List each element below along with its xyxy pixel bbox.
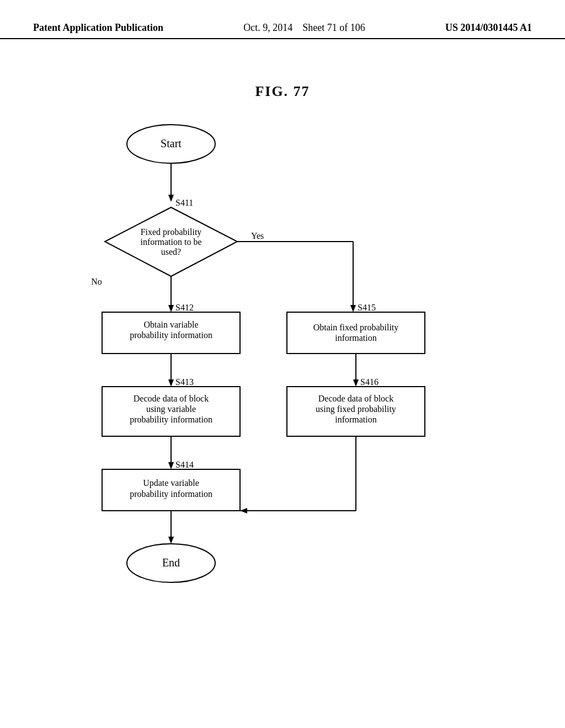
svg-text:End: End: [162, 556, 180, 569]
svg-text:Decode data of block: Decode data of block: [318, 394, 393, 403]
svg-text:S411: S411: [175, 198, 193, 207]
svg-marker-11: [168, 305, 174, 312]
svg-text:probability information: probability information: [130, 489, 212, 499]
svg-text:information: information: [335, 415, 377, 424]
svg-text:S415: S415: [358, 303, 376, 312]
svg-text:No: No: [91, 277, 102, 286]
svg-text:S413: S413: [175, 377, 194, 387]
publication-label: Patent Application Publication: [33, 22, 163, 34]
flowchart-diagram: Start S411 Fixed probability information…: [0, 111, 565, 607]
svg-marker-50: [240, 508, 247, 513]
svg-marker-3: [168, 195, 174, 202]
svg-text:S414: S414: [175, 460, 194, 469]
svg-text:S412: S412: [175, 303, 194, 312]
svg-text:Fixed probability: Fixed probability: [141, 227, 202, 237]
svg-text:used?: used?: [161, 247, 181, 256]
svg-text:Decode data of block: Decode data of block: [134, 394, 209, 403]
figure-title: FIG. 77: [0, 83, 565, 100]
svg-text:S416: S416: [360, 377, 379, 387]
date-label: Oct. 9, 2014 Sheet 71 of 106: [243, 22, 365, 34]
svg-marker-24: [168, 462, 174, 469]
svg-marker-17: [168, 379, 174, 387]
svg-text:using variable: using variable: [146, 404, 196, 414]
svg-text:probability information: probability information: [130, 330, 212, 340]
patent-number: US 2014/0301445 A1: [445, 22, 532, 34]
svg-text:Obtain fixed probability: Obtain fixed probability: [313, 323, 399, 333]
page-header: Patent Application Publication Oct. 9, 2…: [0, 0, 565, 39]
svg-text:Start: Start: [161, 137, 182, 149]
svg-marker-42: [353, 379, 359, 387]
svg-text:Yes: Yes: [251, 231, 264, 240]
svg-text:Obtain variable: Obtain variable: [143, 320, 198, 329]
svg-marker-36: [350, 305, 356, 312]
svg-text:probability information: probability information: [130, 415, 212, 425]
svg-marker-30: [168, 537, 174, 544]
svg-text:Update variable: Update variable: [143, 478, 199, 488]
svg-text:information to be: information to be: [140, 237, 201, 247]
svg-text:using fixed probability: using fixed probability: [316, 404, 396, 414]
svg-text:information: information: [335, 333, 377, 342]
